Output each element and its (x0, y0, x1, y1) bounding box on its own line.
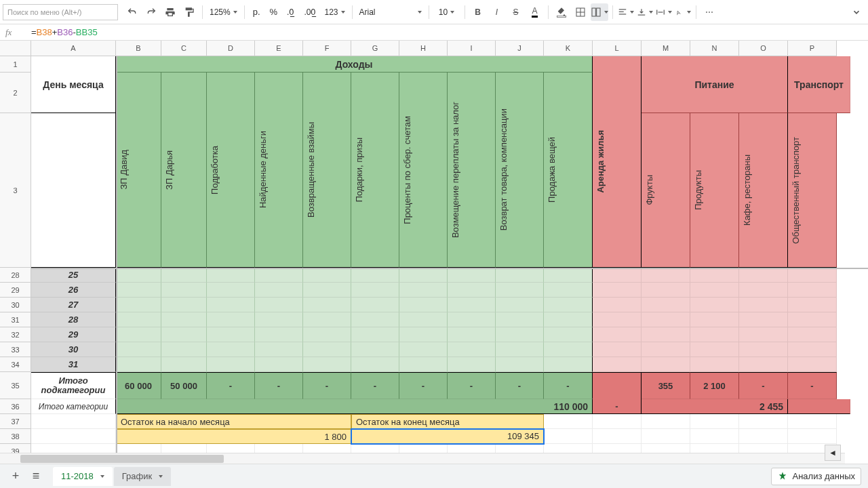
cell[interactable] (739, 327, 788, 342)
cell[interactable] (161, 342, 207, 357)
cell[interactable] (642, 342, 690, 357)
cell[interactable]: 30 (31, 342, 116, 357)
cell[interactable] (351, 444, 399, 453)
cell[interactable] (161, 312, 207, 327)
cell[interactable] (690, 327, 739, 342)
cell[interactable] (642, 283, 690, 298)
cell[interactable] (496, 298, 544, 312)
font-size-select[interactable]: 10 (433, 4, 460, 20)
cell[interactable] (496, 312, 544, 327)
row-header[interactable]: 31 (0, 312, 31, 327)
cell[interactable] (690, 312, 739, 327)
scroll-left-button[interactable]: ◄ (825, 445, 841, 461)
row-header[interactable]: 30 (0, 298, 31, 312)
cell[interactable] (788, 357, 837, 372)
cell[interactable] (448, 268, 496, 283)
cell[interactable] (255, 444, 303, 453)
halign-button[interactable] (617, 3, 635, 21)
font-select[interactable]: Arial (357, 4, 425, 20)
cell[interactable] (544, 298, 593, 312)
row-header[interactable]: 32 (0, 327, 31, 342)
horizontal-scrollbar[interactable] (0, 453, 845, 464)
cell[interactable] (593, 444, 642, 453)
column-header[interactable]: P (788, 41, 837, 56)
cell[interactable]: 1 800 (116, 429, 351, 444)
all-sheets-button[interactable]: ≡ (26, 466, 46, 487)
column-header[interactable]: G (351, 41, 399, 56)
cell[interactable] (448, 312, 496, 327)
row-header[interactable]: 37 (0, 414, 31, 429)
cell[interactable] (116, 444, 161, 453)
cell[interactable]: - (739, 372, 788, 399)
add-sheet-button[interactable]: + (5, 466, 26, 487)
cell[interactable]: - (788, 372, 837, 399)
cell[interactable] (544, 268, 593, 283)
cell[interactable] (116, 327, 161, 342)
cell[interactable]: Питание (642, 56, 788, 113)
text-color-button[interactable]: A (526, 3, 544, 21)
cell[interactable] (544, 342, 593, 357)
cell[interactable]: 29 (31, 327, 116, 342)
cell[interactable] (351, 268, 399, 283)
cell[interactable] (544, 357, 593, 372)
cell[interactable]: - (255, 372, 303, 399)
cell[interactable] (399, 283, 448, 298)
cell[interactable]: Аренда жилья (593, 56, 642, 268)
cell[interactable]: Кафе, рестораны (739, 113, 788, 268)
cell[interactable] (399, 342, 448, 357)
cell[interactable]: 26 (31, 283, 116, 298)
cell[interactable]: 110 000 (116, 399, 593, 414)
cell[interactable] (399, 268, 448, 283)
cell[interactable]: Остаток на конец месяца (351, 414, 544, 429)
cell[interactable] (31, 113, 116, 268)
print-button[interactable] (161, 3, 179, 21)
cell[interactable] (207, 298, 255, 312)
cell[interactable]: Возврат товара, компенсации (496, 73, 544, 268)
cell[interactable] (739, 298, 788, 312)
row-header[interactable]: 34 (0, 357, 31, 372)
cell[interactable]: - (303, 372, 351, 399)
column-header[interactable]: I (448, 41, 496, 56)
cell[interactable] (448, 298, 496, 312)
cell[interactable] (544, 414, 593, 429)
cell[interactable]: 28 (31, 312, 116, 327)
fill-color-button[interactable] (553, 3, 570, 21)
currency-button[interactable]: р. (249, 3, 264, 21)
cell[interactable] (690, 414, 739, 429)
cell[interactable] (690, 429, 739, 444)
expand-toolbar-button[interactable] (848, 3, 865, 21)
row-header[interactable]: 29 (0, 283, 31, 298)
cell[interactable] (593, 327, 642, 342)
cell[interactable] (116, 283, 161, 298)
zoom-select[interactable]: 125% (207, 4, 240, 20)
cell[interactable]: 2 100 (690, 372, 739, 399)
cell[interactable] (690, 298, 739, 312)
cell[interactable]: Доходы (116, 56, 593, 73)
cell[interactable] (788, 298, 837, 312)
cell[interactable] (161, 327, 207, 342)
menu-search[interactable]: Поиск по меню (Alt+/) (3, 4, 118, 20)
cell[interactable] (448, 283, 496, 298)
cell[interactable]: Итого подкатегории (31, 372, 116, 399)
cell[interactable] (255, 357, 303, 372)
row-header[interactable]: 38 (0, 429, 31, 444)
cell[interactable]: Общественный транспорт (788, 113, 837, 268)
column-header[interactable]: C (161, 41, 207, 56)
cell[interactable] (690, 444, 739, 453)
cell[interactable] (739, 312, 788, 327)
spreadsheet-grid[interactable]: ABCDEFGHIJKLMNOP 12328293031323334353637… (0, 41, 868, 453)
row-header[interactable]: 36 (0, 399, 31, 414)
borders-button[interactable] (572, 3, 589, 21)
cell[interactable]: Фрукты (642, 113, 690, 268)
cell[interactable]: ЗП Дарья (161, 73, 207, 268)
cell[interactable] (255, 298, 303, 312)
cell[interactable] (255, 327, 303, 342)
cell[interactable]: 355 (642, 372, 690, 399)
cell[interactable] (161, 357, 207, 372)
cell[interactable] (544, 283, 593, 298)
cell[interactable]: ЗП Давид (116, 73, 161, 268)
row-header[interactable]: 39 (0, 444, 31, 453)
explore-button[interactable]: Анализ данных (771, 468, 861, 485)
cell[interactable] (116, 312, 161, 327)
undo-button[interactable] (123, 3, 141, 21)
